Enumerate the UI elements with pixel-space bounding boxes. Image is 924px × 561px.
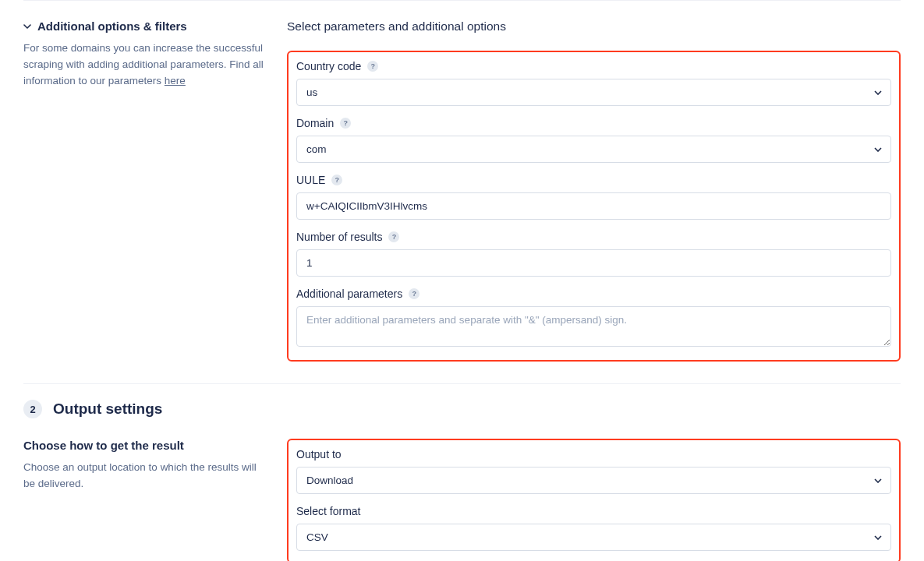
desc-text: For some domains you can increase the su… <box>23 42 264 86</box>
output-subhead: Choose how to get the result <box>23 439 265 452</box>
num-results-label: Number of results <box>296 231 382 243</box>
output-desc: Choose an output location to which the r… <box>23 460 265 492</box>
field-uule: UULE ? <box>296 174 891 220</box>
step-badge: 2 <box>23 400 42 418</box>
additional-options-title: Additional options & filters <box>37 19 187 33</box>
help-icon[interactable]: ? <box>340 118 351 129</box>
additional-options-desc: For some domains you can increase the su… <box>23 41 265 90</box>
field-select-format: Select format CSV <box>296 505 891 551</box>
select-format-select[interactable]: CSV <box>296 524 891 551</box>
step-title-output-settings: Output settings <box>53 400 162 418</box>
additional-options-toggle[interactable]: Additional options & filters <box>23 19 265 33</box>
num-results-input[interactable] <box>296 249 891 277</box>
output-to-select[interactable]: Download <box>296 467 891 494</box>
field-output-to: Output to Download <box>296 448 891 494</box>
help-icon[interactable]: ? <box>409 288 420 299</box>
field-domain: Domain ? com <box>296 117 891 163</box>
domain-select[interactable]: com <box>296 136 891 163</box>
help-icon[interactable]: ? <box>388 231 399 242</box>
parameters-highlight-box: Country code ? us Domain <box>287 51 901 362</box>
field-additional-params: Additional parameters ? <box>296 288 891 349</box>
domain-label: Domain <box>296 117 334 129</box>
additional-params-textarea[interactable] <box>296 306 891 347</box>
select-format-label: Select format <box>296 505 360 517</box>
parameters-here-link[interactable]: here <box>165 75 186 86</box>
section-additional-options: Additional options & filters For some do… <box>23 0 901 383</box>
uule-label: UULE <box>296 174 325 186</box>
output-highlight-box: Output to Download Select format <box>287 439 901 561</box>
uule-input[interactable] <box>296 192 891 220</box>
field-num-results: Number of results ? <box>296 231 891 277</box>
step-2-header: 2 Output settings <box>23 383 901 439</box>
section-output-settings: Choose how to get the result Choose an o… <box>23 439 901 561</box>
help-icon[interactable]: ? <box>367 61 378 72</box>
help-icon[interactable]: ? <box>331 175 342 185</box>
additional-params-label: Additional parameters <box>296 288 402 300</box>
chevron-down-icon <box>23 23 31 30</box>
country-code-label: Country code <box>296 60 361 72</box>
country-code-select[interactable]: us <box>296 79 891 106</box>
output-to-label: Output to <box>296 448 342 460</box>
field-country-code: Country code ? us <box>296 60 891 106</box>
parameters-panel-title: Select parameters and additional options <box>287 19 901 34</box>
